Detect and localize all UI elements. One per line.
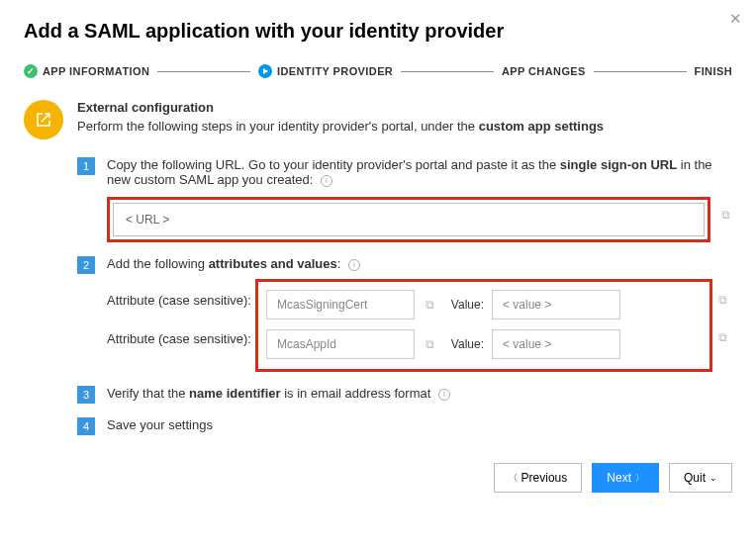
step-number: 4: [77, 417, 95, 435]
attribute-input-2[interactable]: McasAppId: [266, 329, 415, 359]
highlight-box: McasSigningCert Value: < value > McasApp…: [255, 279, 712, 372]
wizard-footer: 〈 Previous Next 〉 Quit ⌄: [24, 457, 732, 493]
section-desc: Perform the following steps in your iden…: [77, 119, 604, 134]
step-app-info[interactable]: ✓ APP INFORMATION: [24, 64, 149, 78]
step-label: IDENTITY PROVIDER: [277, 65, 393, 77]
external-config-section: External configuration Perform the follo…: [24, 100, 732, 139]
step-identity-provider[interactable]: IDENTITY PROVIDER: [258, 64, 393, 78]
copy-icon[interactable]: [423, 298, 436, 312]
step-label: FINISH: [695, 65, 732, 77]
info-icon[interactable]: i: [321, 175, 332, 187]
step-app-changes[interactable]: APP CHANGES: [502, 65, 586, 77]
check-icon: ✓: [24, 64, 38, 78]
next-button[interactable]: Next 〉: [592, 463, 659, 493]
chevron-down-icon: ⌄: [709, 473, 717, 483]
instruction-step-1: 1 Copy the following URL. Go to your ide…: [77, 157, 732, 242]
value-label: Value:: [444, 337, 484, 351]
chevron-left-icon: 〈: [509, 472, 518, 485]
instruction-step-2: 2 Add the following attributes and value…: [77, 256, 732, 372]
step-finish[interactable]: FINISH: [695, 65, 732, 77]
quit-button[interactable]: Quit ⌄: [669, 463, 732, 493]
divider: [157, 71, 250, 72]
copy-icon[interactable]: [423, 337, 436, 351]
copy-icon[interactable]: [718, 293, 732, 307]
divider: [401, 71, 494, 72]
page-title: Add a SAML application with your identit…: [24, 20, 732, 43]
close-icon[interactable]: ✕: [729, 10, 742, 28]
attribute-input-1[interactable]: McasSigningCert: [266, 290, 415, 320]
value-label: Value:: [444, 298, 484, 312]
attribute-label: Attribute (case sensitive):: [107, 331, 255, 346]
info-icon[interactable]: i: [348, 259, 360, 271]
stepper: ✓ APP INFORMATION IDENTITY PROVIDER APP …: [24, 64, 732, 78]
copy-icon[interactable]: [718, 208, 732, 222]
play-icon: [258, 64, 272, 78]
external-link-icon: [24, 100, 63, 139]
value-input-1[interactable]: < value >: [492, 290, 620, 320]
divider: [594, 71, 687, 72]
info-icon[interactable]: i: [438, 389, 450, 401]
step-label: APP CHANGES: [502, 65, 586, 77]
attribute-label: Attribute (case sensitive):: [107, 293, 255, 308]
step-number: 3: [77, 386, 95, 404]
highlight-box: < URL >: [107, 197, 710, 242]
value-input-2[interactable]: < value >: [492, 329, 620, 359]
step-number: 2: [77, 256, 95, 274]
chevron-right-icon: 〉: [635, 472, 644, 485]
step-number: 1: [77, 157, 95, 175]
url-input[interactable]: < URL >: [113, 203, 705, 236]
copy-icon[interactable]: [718, 330, 732, 344]
instruction-step-4: 4 Save your settings: [77, 417, 732, 435]
previous-button[interactable]: 〈 Previous: [494, 463, 583, 493]
instruction-step-3: 3 Verify that the name identifier is in …: [77, 386, 732, 404]
section-title: External configuration: [77, 100, 604, 115]
step-label: APP INFORMATION: [43, 65, 149, 77]
